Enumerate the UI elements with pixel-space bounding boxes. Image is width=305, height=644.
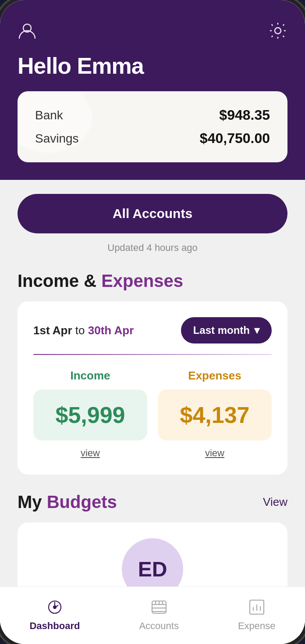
expense-amount: $4,137	[167, 402, 263, 428]
income-amount-box: $5,999	[33, 390, 147, 440]
main-content: All Accounts Updated 4 hours ago Income …	[0, 180, 305, 587]
phone-frame: Hello Emma Bank $948.35 Savings $40,750.…	[0, 0, 305, 644]
all-accounts-button[interactable]: All Accounts	[18, 194, 287, 233]
svg-point-1	[275, 28, 281, 34]
expense-col: Expenses $4,137 view	[158, 369, 272, 459]
updated-text: Updated 4 hours ago	[18, 242, 287, 254]
ie-grid: Income $5,999 view Expenses $4,137 view	[33, 369, 272, 459]
budgets-card: ED	[18, 522, 287, 587]
nav-accounts[interactable]: Accounts	[139, 597, 179, 632]
nav-dashboard-label: Dashboard	[29, 620, 80, 632]
nav-expense[interactable]: Expense	[238, 597, 276, 632]
budget-circle: ED	[122, 538, 183, 587]
bottom-nav: Dashboard Accounts	[0, 587, 305, 644]
budget-circle-text: ED	[138, 557, 167, 581]
greeting: Hello Emma	[18, 53, 287, 79]
income-expenses-card: 1st Apr to 30th Apr Last month ▾ Income …	[18, 301, 287, 475]
screen: Hello Emma Bank $948.35 Savings $40,750.…	[0, 0, 305, 644]
budgets-header: My Budgets View	[18, 492, 287, 512]
header: Hello Emma Bank $948.35 Savings $40,750.…	[0, 0, 305, 180]
budgets-view-link[interactable]: View	[263, 495, 287, 509]
bank-amount: $948.35	[219, 107, 270, 123]
bank-row: Bank $948.35	[35, 107, 270, 123]
divider	[33, 354, 272, 355]
settings-icon[interactable]	[268, 21, 287, 40]
bank-label: Bank	[35, 108, 63, 122]
chevron-down-icon: ▾	[254, 324, 259, 336]
accounts-card: Bank $948.35 Savings $40,750.00	[18, 91, 287, 162]
user-icon[interactable]	[18, 21, 37, 40]
income-view-link[interactable]: view	[81, 447, 100, 459]
date-range: 1st Apr to 30th Apr	[33, 324, 134, 337]
savings-row: Savings $40,750.00	[35, 130, 270, 147]
header-top	[18, 21, 287, 40]
income-amount: $5,999	[42, 402, 138, 428]
period-button[interactable]: Last month ▾	[181, 317, 272, 343]
nav-expense-label: Expense	[238, 620, 276, 632]
income-expenses-title: Income & Expenses	[18, 271, 287, 291]
savings-label: Savings	[35, 132, 79, 146]
date-range-row: 1st Apr to 30th Apr Last month ▾	[33, 317, 272, 343]
income-col: Income $5,999 view	[33, 369, 147, 459]
expense-amount-box: $4,137	[158, 390, 272, 440]
savings-amount: $40,750.00	[200, 130, 270, 147]
income-label: Income	[70, 369, 110, 383]
budgets-title: My Budgets	[18, 492, 117, 512]
nav-dashboard[interactable]: Dashboard	[29, 597, 80, 632]
nav-accounts-label: Accounts	[139, 620, 179, 632]
expense-label: Expenses	[188, 369, 241, 383]
svg-point-3	[53, 606, 56, 608]
expense-view-link[interactable]: view	[205, 447, 224, 459]
